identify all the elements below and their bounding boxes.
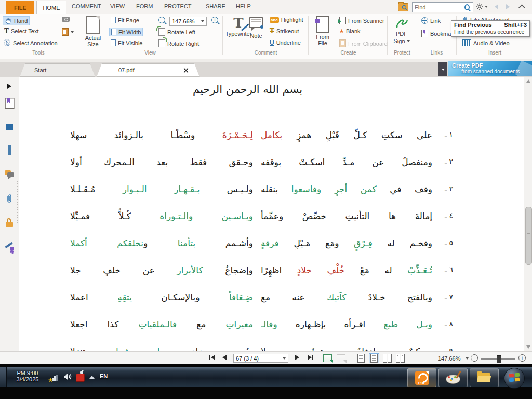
page-number-combo[interactable]: 67 (3 / 4) — [233, 354, 288, 363]
zoom-level-combo[interactable]: 147.66% — [169, 17, 207, 26]
next-page-button[interactable] — [295, 355, 299, 360]
continuous-facing-layout-button[interactable] — [395, 353, 405, 363]
zoom-slider-thumb[interactable] — [497, 355, 501, 363]
start-button[interactable] — [503, 367, 526, 389]
taskbar-app-paint[interactable] — [438, 368, 468, 387]
verse-row: ٤ ـ إمالةَ ها التأنيثِ خصِّصْ وعمِّماً و… — [70, 208, 453, 232]
blank-button[interactable]: Blank — [338, 28, 362, 35]
snapshot-button[interactable] — [60, 16, 71, 22]
show-hidden-icons-button[interactable] — [89, 376, 95, 379]
scrollbar-thumb[interactable] — [525, 207, 532, 265]
last-page-button[interactable] — [308, 355, 313, 360]
tab-comment[interactable]: COMMENT — [72, 3, 101, 9]
find-options-button[interactable] — [476, 3, 488, 10]
document-tab-start[interactable]: Start — [20, 63, 95, 77]
bookmarks-panel-icon[interactable] — [3, 97, 16, 109]
taskbar-app-explorer[interactable] — [470, 368, 499, 387]
clipboard-button[interactable] — [60, 28, 75, 36]
next-view-button — [337, 354, 345, 362]
dropdown-caret-icon — [442, 69, 445, 71]
verse-segment: يا بشراي — [85, 346, 163, 351]
tab-protect[interactable]: PROTECT — [164, 3, 192, 9]
ribbon-mode-dropdown[interactable] — [438, 62, 447, 76]
actual-size-button[interactable]: Actual Size — [81, 16, 105, 47]
audio-video-button[interactable]: Audio & Video — [460, 39, 511, 47]
search-folder-icon[interactable] — [398, 3, 408, 11]
find-input[interactable] — [413, 4, 464, 10]
underline-button[interactable]: UUnderline — [268, 39, 302, 46]
from-file-button[interactable]: From File — [312, 16, 334, 46]
rotate-right-button[interactable]: Rotate Right — [157, 39, 201, 48]
fit-width-label: Fit Width — [118, 29, 141, 35]
security-panel-icon[interactable] — [3, 216, 16, 229]
layers-panel-icon[interactable] — [3, 144, 16, 157]
tab-home[interactable]: HOME — [36, 1, 66, 15]
scroll-down-icon[interactable] — [526, 345, 530, 349]
find-next-button[interactable] — [506, 4, 510, 9]
language-indicator[interactable]: EN — [100, 373, 108, 379]
expand-panel-arrow-icon[interactable] — [3, 80, 16, 92]
clock-time: PM 9:00 — [11, 370, 44, 376]
comments-panel-icon[interactable] — [3, 168, 16, 181]
hemistich-left: وحـقق فقط بعد الـمحرك أولا — [70, 154, 253, 171]
zoom-caret-icon[interactable] — [466, 357, 469, 360]
pdf-sign-button[interactable]: PDF Sign — [390, 16, 414, 44]
zoom-out-icon: − — [158, 17, 165, 23]
note-label: Note — [250, 33, 262, 39]
zoom-in-button-status[interactable]: + — [518, 354, 526, 362]
find-previous-button[interactable] — [495, 4, 498, 9]
attachments-panel-icon[interactable] — [3, 192, 16, 205]
zoom-out-button-status[interactable]: − — [471, 354, 478, 362]
document-tab-active[interactable]: 07.pdf — [97, 63, 200, 77]
application-window: FILE HOME COMMENT VIEW FORM PROTECT SHAR… — [0, 0, 532, 399]
taskbar-clock[interactable]: PM 9:00 3/4/2025 — [11, 370, 44, 382]
gear-icon — [476, 3, 483, 10]
rotate-left-button[interactable]: Rotate Left — [157, 28, 197, 36]
show-desktop-button[interactable] — [0, 367, 7, 387]
promo-banner[interactable]: Create PDF from scanned documents — [448, 61, 532, 76]
verse-segment: وحـقق فقط بعد الـمحرك أولا — [70, 157, 253, 167]
tab-view[interactable]: VIEW — [110, 3, 125, 9]
group-separator — [387, 16, 388, 55]
link-button[interactable]: Link — [420, 17, 442, 24]
scroll-up-icon[interactable] — [526, 79, 530, 83]
pages-panel-icon[interactable] — [3, 121, 16, 133]
group-label-tools: Tools — [0, 50, 77, 56]
note-button[interactable]: Note — [246, 17, 266, 39]
sidebar-grip[interactable] — [17, 181, 18, 224]
network-tray-icon[interactable] — [50, 374, 59, 381]
fit-width-button[interactable]: Fit Width — [109, 28, 143, 36]
navigation-sidebar — [0, 77, 19, 351]
select-annotation-button[interactable]: Select Annotation — [3, 39, 59, 47]
fit-page-button[interactable]: Fit Page — [109, 16, 141, 24]
first-page-button[interactable] — [209, 355, 215, 360]
rotate-left-label: Rotate Left — [167, 29, 195, 35]
single-page-layout-button[interactable] — [356, 353, 366, 363]
hand-tool-button[interactable]: Hand — [3, 16, 30, 25]
highlight-button[interactable]: abcHighlight — [268, 16, 305, 23]
signature-panel-icon[interactable] — [3, 240, 16, 252]
verse-segment: وسكتٌ وإدغامٌ وهمزٌ مسهلا — [261, 346, 432, 351]
taskbar-app-foxit[interactable]: PDF — [407, 368, 436, 387]
close-tab-icon[interactable] — [183, 68, 188, 72]
zoom-out-button[interactable]: − — [157, 16, 167, 24]
tab-form[interactable]: FORM — [136, 3, 153, 9]
previous-view-button[interactable] — [323, 354, 332, 362]
volume-tray-icon[interactable] — [63, 373, 72, 383]
previous-page-button[interactable] — [222, 355, 227, 360]
fit-visible-button[interactable]: Fit Visible — [109, 39, 144, 47]
hemistich-left: ويُروى بخلفٍ يا بشراي تنزلا — [70, 343, 253, 351]
zoom-in-button[interactable]: + — [210, 16, 220, 24]
continuous-layout-button[interactable] — [369, 353, 379, 363]
tab-share[interactable]: SHARE — [206, 3, 225, 9]
search-icon[interactable] — [464, 4, 470, 10]
select-text-button[interactable]: T Select Text — [3, 28, 41, 35]
collapse-ribbon-button[interactable] — [518, 4, 525, 11]
tab-help[interactable]: HELP — [236, 3, 251, 9]
tab-file[interactable]: FILE — [6, 1, 34, 14]
from-scanner-button[interactable]: From Scanner — [338, 16, 386, 25]
strikeout-button[interactable]: TStrikeout — [268, 28, 300, 35]
facing-layout-button[interactable] — [382, 353, 392, 363]
power-tray-icon[interactable] — [76, 371, 85, 382]
vertical-scrollbar[interactable] — [524, 77, 532, 351]
